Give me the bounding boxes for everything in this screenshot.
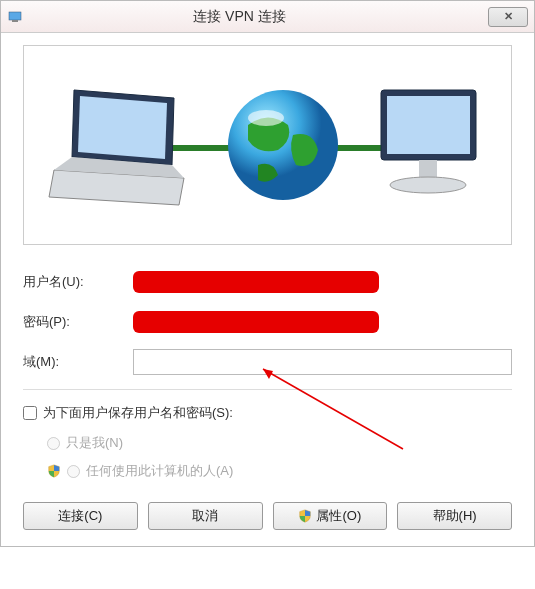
save-credentials-row: 为下面用户保存用户名和密码(S): bbox=[23, 404, 512, 422]
radio-anyone-row: 任何使用此计算机的人(A) bbox=[47, 462, 512, 480]
svg-point-3 bbox=[248, 110, 284, 126]
titlebar: 连接 VPN 连接 ✕ bbox=[1, 1, 534, 33]
username-label: 用户名(U): bbox=[23, 273, 133, 291]
domain-input[interactable] bbox=[133, 349, 512, 375]
radio-me-row: 只是我(N) bbox=[47, 434, 512, 452]
radio-anyone-label: 任何使用此计算机的人(A) bbox=[86, 462, 233, 480]
close-button[interactable]: ✕ bbox=[488, 7, 528, 27]
password-row: 密码(P): bbox=[23, 309, 512, 335]
connection-illustration bbox=[23, 45, 512, 245]
connect-button[interactable]: 连接(C) bbox=[23, 502, 138, 530]
radio-me bbox=[47, 437, 60, 450]
svg-point-7 bbox=[390, 177, 466, 193]
password-label: 密码(P): bbox=[23, 313, 133, 331]
save-credentials-label: 为下面用户保存用户名和密码(S): bbox=[43, 404, 233, 422]
svg-rect-5 bbox=[387, 96, 470, 154]
content-area: 用户名(U): 密码(P): 域(M): 为下面用户保存用户名和密码( bbox=[1, 33, 534, 546]
properties-button[interactable]: 属性(O) bbox=[273, 502, 388, 530]
username-row: 用户名(U): bbox=[23, 269, 512, 295]
domain-label: 域(M): bbox=[23, 353, 133, 371]
globe-icon bbox=[218, 80, 348, 210]
svg-rect-6 bbox=[419, 160, 437, 178]
shield-icon bbox=[298, 509, 312, 523]
button-row: 连接(C) 取消 属性(O) 帮助(H) bbox=[23, 502, 512, 530]
shield-icon bbox=[47, 464, 61, 478]
cancel-button[interactable]: 取消 bbox=[148, 502, 263, 530]
vpn-connect-dialog: 连接 VPN 连接 ✕ bbox=[0, 0, 535, 547]
window-title: 连接 VPN 连接 bbox=[0, 8, 488, 26]
help-button[interactable]: 帮助(H) bbox=[397, 502, 512, 530]
username-input-redacted[interactable] bbox=[133, 269, 512, 295]
save-credentials-checkbox[interactable] bbox=[23, 406, 37, 420]
password-input-redacted[interactable] bbox=[133, 309, 512, 335]
radio-me-label: 只是我(N) bbox=[66, 434, 123, 452]
divider bbox=[23, 389, 512, 390]
laptop-icon bbox=[44, 75, 194, 215]
radio-anyone bbox=[67, 465, 80, 478]
monitor-icon bbox=[371, 80, 491, 210]
domain-row: 域(M): bbox=[23, 349, 512, 375]
